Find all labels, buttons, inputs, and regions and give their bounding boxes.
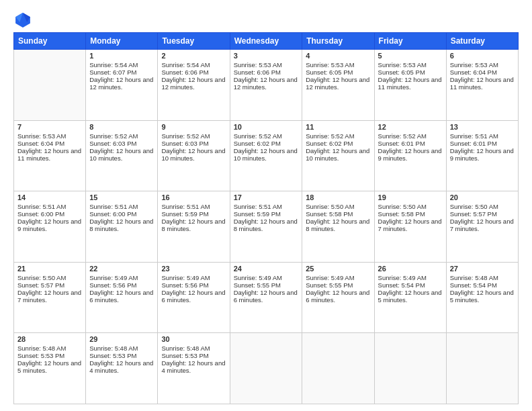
- sunset-text: Sunset: 6:00 PM: [89, 210, 154, 218]
- day-number: 26: [378, 265, 443, 273]
- sunset-text: Sunset: 5:53 PM: [161, 352, 226, 359]
- calendar-cell: 28Sunrise: 5:48 AMSunset: 5:53 PMDayligh…: [14, 333, 86, 404]
- day-number: 14: [17, 193, 82, 201]
- sunset-text: Sunset: 6:03 PM: [161, 140, 226, 147]
- calendar-cell: 13Sunrise: 5:51 AMSunset: 6:01 PMDayligh…: [446, 120, 518, 191]
- sunrise-text: Sunrise: 5:52 AM: [234, 132, 299, 140]
- sunrise-text: Sunrise: 5:50 AM: [378, 203, 443, 210]
- sunrise-text: Sunrise: 5:51 AM: [17, 203, 82, 210]
- day-number: 19: [378, 193, 443, 201]
- calendar-cell: 15Sunrise: 5:51 AMSunset: 6:00 PMDayligh…: [86, 191, 158, 263]
- daylight-text: Daylight: 12 hours and 6 minutes.: [161, 289, 226, 304]
- day-number: 13: [450, 123, 515, 131]
- daylight-text: Daylight: 12 hours and 7 minutes.: [17, 289, 82, 304]
- sunrise-text: Sunrise: 5:53 AM: [17, 132, 82, 140]
- calendar-header-saturday: Saturday: [446, 33, 518, 50]
- sunset-text: Sunset: 6:05 PM: [378, 68, 443, 76]
- calendar-cell: [374, 333, 446, 404]
- daylight-text: Daylight: 12 hours and 5 minutes.: [378, 289, 443, 304]
- calendar-cell: 19Sunrise: 5:50 AMSunset: 5:58 PMDayligh…: [374, 191, 446, 263]
- calendar-week-row: 14Sunrise: 5:51 AMSunset: 6:00 PMDayligh…: [14, 191, 519, 263]
- daylight-text: Daylight: 12 hours and 9 minutes.: [378, 147, 443, 162]
- sunrise-text: Sunrise: 5:49 AM: [89, 274, 154, 281]
- calendar-cell: 16Sunrise: 5:51 AMSunset: 5:59 PMDayligh…: [158, 191, 230, 263]
- sunrise-text: Sunrise: 5:54 AM: [89, 61, 154, 68]
- calendar-cell: 2Sunrise: 5:54 AMSunset: 6:06 PMDaylight…: [158, 50, 230, 121]
- sunset-text: Sunset: 5:54 PM: [450, 281, 515, 289]
- sunset-text: Sunset: 5:58 PM: [306, 210, 370, 218]
- day-number: 15: [89, 193, 154, 201]
- sunset-text: Sunset: 5:58 PM: [378, 210, 443, 218]
- daylight-text: Daylight: 12 hours and 7 minutes.: [378, 218, 443, 232]
- calendar-header-tuesday: Tuesday: [158, 33, 230, 50]
- day-number: 2: [161, 52, 226, 60]
- day-number: 25: [306, 265, 370, 273]
- sunset-text: Sunset: 6:06 PM: [234, 68, 299, 76]
- daylight-text: Daylight: 12 hours and 10 minutes.: [89, 147, 154, 162]
- sunrise-text: Sunrise: 5:52 AM: [161, 132, 226, 140]
- daylight-text: Daylight: 12 hours and 12 minutes.: [234, 76, 299, 91]
- daylight-text: Daylight: 12 hours and 6 minutes.: [234, 289, 299, 304]
- daylight-text: Daylight: 12 hours and 12 minutes.: [89, 76, 154, 91]
- sunset-text: Sunset: 6:05 PM: [306, 68, 370, 76]
- calendar-cell: 7Sunrise: 5:53 AMSunset: 6:04 PMDaylight…: [14, 120, 86, 191]
- calendar-cell: 5Sunrise: 5:53 AMSunset: 6:05 PMDaylight…: [374, 50, 446, 121]
- sunset-text: Sunset: 5:57 PM: [17, 281, 82, 289]
- header-row: [13, 11, 519, 30]
- calendar-cell: 12Sunrise: 5:52 AMSunset: 6:01 PMDayligh…: [374, 120, 446, 191]
- calendar-cell: 17Sunrise: 5:51 AMSunset: 5:59 PMDayligh…: [230, 191, 302, 263]
- sunrise-text: Sunrise: 5:53 AM: [450, 61, 515, 68]
- sunrise-text: Sunrise: 5:54 AM: [161, 61, 226, 68]
- sunset-text: Sunset: 5:57 PM: [450, 210, 515, 218]
- sunrise-text: Sunrise: 5:50 AM: [306, 203, 370, 210]
- daylight-text: Daylight: 12 hours and 10 minutes.: [306, 147, 370, 162]
- calendar-table: SundayMondayTuesdayWednesdayThursdayFrid…: [13, 32, 519, 404]
- sunset-text: Sunset: 6:01 PM: [450, 140, 515, 147]
- sunset-text: Sunset: 5:59 PM: [161, 210, 226, 218]
- calendar-cell: 29Sunrise: 5:48 AMSunset: 5:53 PMDayligh…: [86, 333, 158, 404]
- sunset-text: Sunset: 5:54 PM: [378, 281, 443, 289]
- calendar-header-monday: Monday: [86, 33, 158, 50]
- calendar-header-thursday: Thursday: [302, 33, 374, 50]
- sunrise-text: Sunrise: 5:53 AM: [234, 61, 299, 68]
- sunrise-text: Sunrise: 5:51 AM: [89, 203, 154, 210]
- sunset-text: Sunset: 5:53 PM: [89, 352, 154, 359]
- calendar-week-row: 28Sunrise: 5:48 AMSunset: 5:53 PMDayligh…: [14, 333, 519, 404]
- daylight-text: Daylight: 12 hours and 10 minutes.: [234, 147, 299, 162]
- day-number: 8: [89, 123, 154, 131]
- calendar-week-row: 7Sunrise: 5:53 AMSunset: 6:04 PMDaylight…: [14, 120, 519, 191]
- daylight-text: Daylight: 12 hours and 4 minutes.: [89, 359, 154, 374]
- daylight-text: Daylight: 12 hours and 6 minutes.: [306, 289, 370, 304]
- sunrise-text: Sunrise: 5:52 AM: [306, 132, 370, 140]
- sunset-text: Sunset: 6:01 PM: [378, 140, 443, 147]
- calendar-cell: 21Sunrise: 5:50 AMSunset: 5:57 PMDayligh…: [14, 262, 86, 333]
- daylight-text: Daylight: 12 hours and 5 minutes.: [17, 359, 82, 374]
- day-number: 21: [17, 265, 82, 273]
- daylight-text: Daylight: 12 hours and 10 minutes.: [161, 147, 226, 162]
- calendar-cell: [14, 50, 86, 121]
- day-number: 6: [450, 52, 515, 60]
- calendar-cell: 11Sunrise: 5:52 AMSunset: 6:02 PMDayligh…: [302, 120, 374, 191]
- calendar-cell: [230, 333, 302, 404]
- calendar-cell: 9Sunrise: 5:52 AMSunset: 6:03 PMDaylight…: [158, 120, 230, 191]
- sunrise-text: Sunrise: 5:51 AM: [161, 203, 226, 210]
- calendar-cell: 4Sunrise: 5:53 AMSunset: 6:05 PMDaylight…: [302, 50, 374, 121]
- day-number: 30: [161, 335, 226, 343]
- sunrise-text: Sunrise: 5:48 AM: [89, 345, 154, 352]
- day-number: 28: [17, 335, 82, 343]
- day-number: 7: [17, 123, 82, 131]
- calendar-header-wednesday: Wednesday: [230, 33, 302, 50]
- calendar-week-row: 21Sunrise: 5:50 AMSunset: 5:57 PMDayligh…: [14, 262, 519, 333]
- sunset-text: Sunset: 5:53 PM: [17, 352, 82, 359]
- daylight-text: Daylight: 12 hours and 9 minutes.: [17, 218, 82, 232]
- sunrise-text: Sunrise: 5:50 AM: [450, 203, 515, 210]
- daylight-text: Daylight: 12 hours and 9 minutes.: [450, 147, 515, 162]
- calendar-cell: 1Sunrise: 5:54 AMSunset: 6:07 PMDaylight…: [86, 50, 158, 121]
- sunrise-text: Sunrise: 5:52 AM: [378, 132, 443, 140]
- day-number: 11: [306, 123, 370, 131]
- calendar-header-row: SundayMondayTuesdayWednesdayThursdayFrid…: [14, 33, 519, 50]
- logo: [13, 11, 35, 30]
- day-number: 5: [378, 52, 443, 60]
- calendar-cell: 10Sunrise: 5:52 AMSunset: 6:02 PMDayligh…: [230, 120, 302, 191]
- sunrise-text: Sunrise: 5:52 AM: [89, 132, 154, 140]
